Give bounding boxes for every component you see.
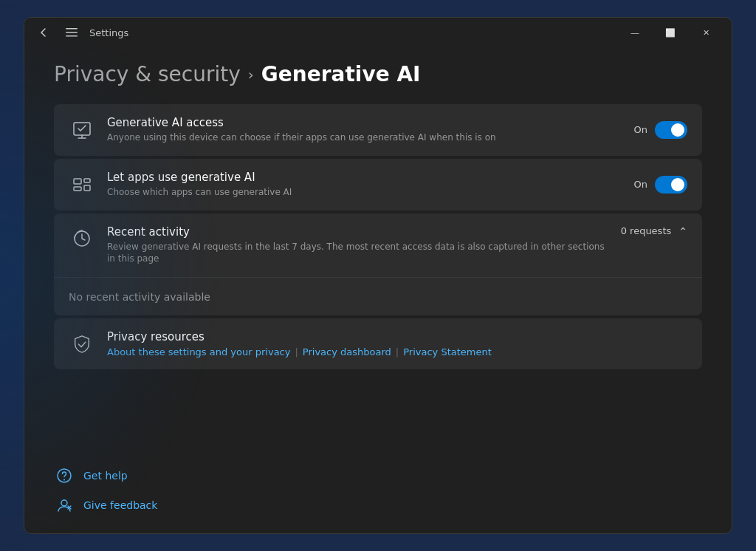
apps-ai-title: Let apps use generative AI xyxy=(107,171,622,184)
recent-activity-desc: Review generative AI requests in the las… xyxy=(107,241,609,266)
recent-activity-body: No recent activity available xyxy=(54,277,702,315)
svg-rect-0 xyxy=(66,28,78,30)
privacy-resources-card: Privacy resources About these settings a… xyxy=(54,318,702,369)
toggle-thumb xyxy=(671,178,684,191)
privacy-resources-row: Privacy resources About these settings a… xyxy=(69,330,687,357)
breadcrumb: Privacy & security › Generative AI xyxy=(54,62,702,86)
svg-point-10 xyxy=(63,479,65,481)
give-feedback-link[interactable]: Give feedback xyxy=(54,495,702,516)
give-feedback-icon xyxy=(54,495,75,516)
about-settings-link[interactable]: About these settings and your privacy xyxy=(107,346,290,357)
window-title: Settings xyxy=(89,27,128,38)
recent-activity-text: Recent activity Review generative AI req… xyxy=(107,225,609,266)
chevron-up-icon[interactable]: ⌃ xyxy=(678,225,687,237)
privacy-resources-text: Privacy resources About these settings a… xyxy=(107,330,687,357)
setting-row: Generative AI access Anyone using this d… xyxy=(69,116,687,144)
recent-activity-icon xyxy=(69,225,95,252)
get-help-icon xyxy=(54,465,75,486)
apps-ai-toggle-label: On xyxy=(634,179,647,190)
settings-window: Settings — ⬜ ✕ Privacy & security › Gene… xyxy=(24,17,732,534)
toggle-track xyxy=(655,176,687,194)
main-content: Privacy & security › Generative AI Gener… xyxy=(24,47,732,454)
get-help-link[interactable]: Get help xyxy=(54,465,702,486)
menu-button[interactable] xyxy=(61,22,82,43)
svg-rect-1 xyxy=(66,32,78,33)
svg-rect-6 xyxy=(84,179,90,182)
requests-count: 0 requests xyxy=(621,225,672,236)
ai-access-toggle[interactable] xyxy=(655,121,687,139)
recent-activity-title: Recent activity xyxy=(107,225,609,239)
no-activity-text: No recent activity available xyxy=(69,291,210,303)
toggle-track xyxy=(655,121,687,139)
breadcrumb-parent[interactable]: Privacy & security xyxy=(54,62,241,86)
ai-access-control: On xyxy=(634,121,687,139)
recent-activity-card: Recent activity Review generative AI req… xyxy=(54,213,702,316)
ai-access-desc: Anyone using this device can choose if t… xyxy=(107,131,622,144)
close-button[interactable]: ✕ xyxy=(689,21,723,44)
privacy-dashboard-link[interactable]: Privacy dashboard xyxy=(303,346,391,357)
svg-rect-4 xyxy=(74,179,81,184)
apps-ai-desc: Choose which apps can use generative AI xyxy=(107,186,622,199)
recent-activity-control: 0 requests ⌃ xyxy=(621,225,687,237)
apps-ai-control: On xyxy=(634,176,687,194)
back-button[interactable] xyxy=(33,22,54,43)
get-help-label: Get help xyxy=(83,470,128,482)
setting-row: Let apps use generative AI Choose which … xyxy=(69,171,687,199)
toggle-thumb xyxy=(671,123,684,137)
ai-access-text: Generative AI access Anyone using this d… xyxy=(107,116,622,144)
svg-rect-2 xyxy=(66,35,78,37)
recent-activity-header: Recent activity Review generative AI req… xyxy=(54,213,702,278)
window-controls: — ⬜ ✕ xyxy=(618,21,723,44)
title-bar: Settings — ⬜ ✕ xyxy=(24,18,732,47)
privacy-statement-link[interactable]: Privacy Statement xyxy=(403,346,492,357)
privacy-links: About these settings and your privacy | … xyxy=(107,346,687,357)
apps-ai-toggle[interactable] xyxy=(655,176,687,194)
ai-access-title: Generative AI access xyxy=(107,116,622,129)
breadcrumb-current: Generative AI xyxy=(261,62,421,86)
svg-point-11 xyxy=(61,500,67,506)
svg-rect-7 xyxy=(84,185,90,191)
title-bar-left: Settings xyxy=(33,22,618,43)
maximize-button[interactable]: ⬜ xyxy=(653,21,687,44)
give-feedback-label: Give feedback xyxy=(83,499,157,511)
ai-access-toggle-label: On xyxy=(634,124,647,135)
shield-icon xyxy=(69,331,95,357)
footer: Get help Give feedback xyxy=(24,454,732,533)
ai-access-icon xyxy=(69,117,95,143)
breadcrumb-arrow: › xyxy=(248,66,254,83)
let-apps-ai-card: Let apps use generative AI Choose which … xyxy=(54,159,702,211)
minimize-button[interactable]: — xyxy=(618,21,652,44)
generative-ai-access-card: Generative AI access Anyone using this d… xyxy=(54,104,702,156)
apps-ai-text: Let apps use generative AI Choose which … xyxy=(107,171,622,199)
apps-ai-icon xyxy=(69,171,95,198)
svg-rect-5 xyxy=(74,187,81,191)
privacy-resources-title: Privacy resources xyxy=(107,330,687,343)
separator-1: | xyxy=(295,346,298,357)
separator-2: | xyxy=(396,346,399,357)
